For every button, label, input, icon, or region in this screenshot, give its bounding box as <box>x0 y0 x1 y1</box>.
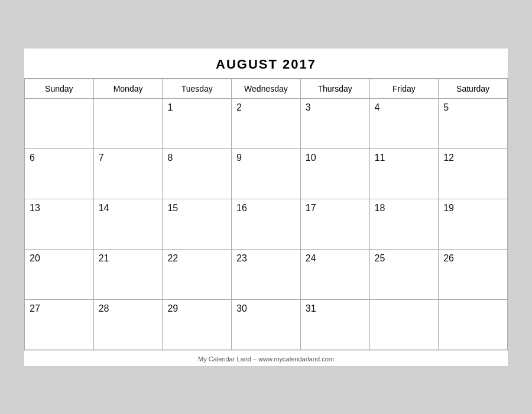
weekday-header-friday: Friday <box>369 79 439 98</box>
calendar-day[interactable]: 16 <box>232 199 301 249</box>
calendar-day[interactable]: 14 <box>93 199 163 249</box>
calendar-day[interactable]: 17 <box>300 199 369 249</box>
calendar-day[interactable]: 25 <box>369 249 439 299</box>
calendar-day[interactable]: 29 <box>163 299 232 350</box>
calendar-day[interactable]: 7 <box>93 148 163 199</box>
calendar-day[interactable]: 23 <box>232 249 301 299</box>
calendar-day[interactable]: 12 <box>439 148 508 199</box>
calendar-day <box>439 299 508 350</box>
calendar-footer: My Calendar Land – www.mycalendarland.co… <box>24 350 508 366</box>
calendar-day[interactable]: 5 <box>439 98 508 148</box>
calendar-week-5: 2728293031 <box>25 299 508 350</box>
calendar-week-1: 12345 <box>25 98 508 148</box>
calendar-day[interactable]: 24 <box>300 249 369 299</box>
calendar-day[interactable]: 10 <box>300 148 369 199</box>
calendar-day[interactable]: 31 <box>300 299 369 350</box>
calendar-day[interactable]: 3 <box>300 98 369 148</box>
calendar-day[interactable]: 4 <box>369 98 439 148</box>
calendar-day[interactable]: 15 <box>163 199 232 249</box>
weekday-header-monday: Monday <box>93 79 163 98</box>
calendar-day[interactable]: 20 <box>25 249 94 299</box>
calendar-day[interactable]: 11 <box>369 148 439 199</box>
calendar-day[interactable]: 26 <box>439 249 508 299</box>
calendar-day <box>369 299 439 350</box>
calendar-day[interactable]: 2 <box>232 98 301 148</box>
calendar-day[interactable]: 8 <box>163 148 232 199</box>
calendar-week-4: 20212223242526 <box>25 249 508 299</box>
calendar-day <box>25 98 94 148</box>
calendar-day[interactable]: 27 <box>25 299 94 350</box>
weekday-header-thursday: Thursday <box>300 79 369 98</box>
calendar-week-2: 6789101112 <box>25 148 508 199</box>
calendar-day[interactable]: 22 <box>163 249 232 299</box>
calendar-week-3: 13141516171819 <box>25 199 508 249</box>
calendar-table: SundayMondayTuesdayWednesdayThursdayFrid… <box>24 79 508 350</box>
calendar-day[interactable]: 13 <box>25 199 94 249</box>
calendar-day[interactable]: 1 <box>163 98 232 148</box>
calendar-day[interactable]: 18 <box>369 199 439 249</box>
calendar-day[interactable]: 30 <box>232 299 301 350</box>
weekday-header-saturday: Saturday <box>439 79 508 98</box>
weekday-header-sunday: Sunday <box>25 79 94 98</box>
weekday-header-tuesday: Tuesday <box>163 79 232 98</box>
calendar-title: AUGUST 2017 <box>24 48 508 79</box>
calendar-day[interactable]: 19 <box>439 199 508 249</box>
calendar-day[interactable]: 28 <box>93 299 163 350</box>
calendar-day <box>93 98 163 148</box>
calendar-day[interactable]: 21 <box>93 249 163 299</box>
weekday-header-wednesday: Wednesday <box>232 79 301 98</box>
calendar-day[interactable]: 9 <box>232 148 301 199</box>
calendar: AUGUST 2017 SundayMondayTuesdayWednesday… <box>24 48 508 367</box>
calendar-day[interactable]: 6 <box>25 148 94 199</box>
weekday-header-row: SundayMondayTuesdayWednesdayThursdayFrid… <box>25 79 508 98</box>
